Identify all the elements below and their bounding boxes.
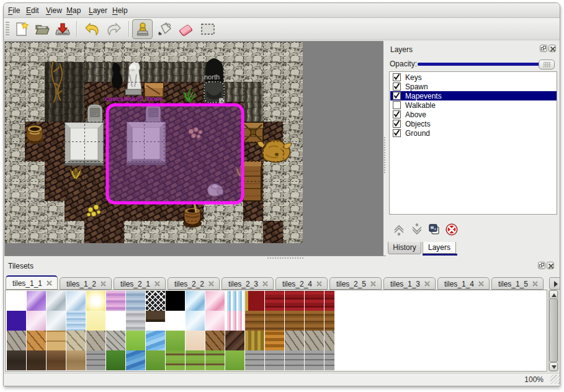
svg-text:north: north bbox=[204, 73, 220, 81]
svg-text:caveshake2_boss: caveshake2_boss bbox=[105, 95, 163, 102]
